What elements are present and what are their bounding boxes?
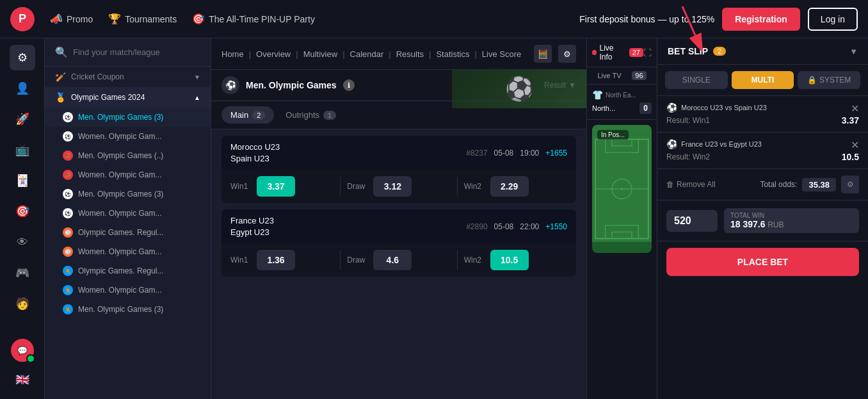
- chat-icon[interactable]: 💬: [11, 339, 34, 362]
- registration-button[interactable]: Registration: [722, 8, 800, 31]
- total-odds-label: Total odds:: [760, 180, 797, 189]
- sidebar-person-icon[interactable]: 🧑: [10, 291, 35, 316]
- soccer-ball-icon-3: ⚽: [63, 189, 73, 199]
- tab-single[interactable]: SINGLE: [665, 71, 728, 89]
- sidebar-user-icon[interactable]: 👤: [10, 76, 35, 101]
- total-odds-row: Total odds: 35.38 ⚙: [760, 175, 859, 193]
- place-bet-button[interactable]: PLACE BET: [666, 248, 859, 276]
- match-2-odds-count: +1550: [545, 222, 567, 231]
- field-preview: In Pos...: [592, 125, 652, 253]
- bet-sel-1-odd: 3.37: [842, 115, 859, 126]
- remove-all-label: Remove All: [677, 180, 716, 189]
- league-item-label: Men. Olympic Games (3): [78, 113, 163, 122]
- match-1-meta: #8237 05-08 19:00 +1655: [466, 149, 567, 158]
- tab-main-count: 2: [252, 111, 265, 120]
- tab-system[interactable]: 🔒 SYSTEM: [798, 71, 860, 89]
- league-item-women-soccer-1[interactable]: ⚽ Women. Olympic Gam...: [45, 127, 211, 146]
- olympic-category[interactable]: 🏅 Olympic Games 2024 ▲: [45, 87, 211, 108]
- calculator-icon[interactable]: 🧮: [534, 45, 552, 63]
- sidebar-rocket-icon[interactable]: 🚀: [10, 106, 35, 132]
- bet-sel-2-sport-icon: ⚽: [666, 139, 677, 149]
- match-1-draw-button[interactable]: 3.12: [373, 176, 412, 197]
- league-item-water-1[interactable]: 🤽 Olympic Games. Regul...: [45, 261, 211, 281]
- soccer-ball-icon-2: ⚽: [63, 131, 73, 142]
- live-card-score: 0: [639, 102, 652, 114]
- league-item-men-basketball-1[interactable]: 🏀 Men. Olympic Games (..): [45, 146, 211, 165]
- event-sport-icon: ⚽: [221, 76, 239, 94]
- league-item-women-soccer-2[interactable]: ⚽ Women. Olympic Gam...: [45, 204, 211, 223]
- breadcrumb-calendar[interactable]: Calendar: [350, 49, 384, 59]
- live-sport-icon: 👕: [592, 90, 603, 100]
- breadcrumb-statistics[interactable]: Statistics: [436, 49, 469, 59]
- remove-all-button[interactable]: 🗑 Remove All: [666, 180, 716, 189]
- breadcrumb-results[interactable]: Results: [396, 49, 424, 59]
- app-logo[interactable]: P: [10, 7, 35, 31]
- league-item-label: Women. Olympic Gam...: [78, 132, 161, 141]
- league-item-label: Olympic Games. Regul...: [78, 266, 163, 275]
- league-item-men-soccer-1[interactable]: ⚽ Men. Olympic Games (3): [45, 108, 211, 127]
- league-item-volleyball-1[interactable]: 🏐 Olympic Games. Regul...: [45, 223, 211, 242]
- cricket-arrow-icon: ▼: [194, 74, 200, 81]
- soccer-ball-icon-4: ⚽: [63, 208, 73, 218]
- league-item-women-basketball-1[interactable]: 🏀 Women. Olympic Gam...: [45, 165, 211, 184]
- match-2-draw-button[interactable]: 4.6: [373, 250, 412, 270]
- cricket-coupon-category[interactable]: 🏏 Cricket Coupon ▼: [45, 67, 211, 87]
- sidebar-circle-icon[interactable]: 🎯: [10, 199, 35, 224]
- settings-gear-icon[interactable]: ⚙: [558, 45, 576, 63]
- event-info-icon[interactable]: ℹ: [343, 79, 355, 91]
- league-item-women-volleyball-1[interactable]: 🏐 Women. Olympic Gam...: [45, 242, 211, 261]
- nav-tournaments[interactable]: 🏆 Tournaments: [108, 13, 177, 25]
- search-input[interactable]: [73, 47, 200, 57]
- bet-sel-2-teams: France U23 vs Egypt U23: [681, 140, 762, 148]
- sidebar-gamepad-icon[interactable]: 🎮: [10, 260, 35, 286]
- bet-amount-input[interactable]: [666, 210, 718, 232]
- event-title: Men. Olympic Games: [246, 80, 337, 90]
- top-navigation: P 📣 Promo 🏆 Tournaments 🎯 The All-Time P…: [0, 0, 868, 38]
- match-2-id: #2890: [466, 222, 487, 231]
- match-1-win1-button[interactable]: 3.37: [257, 176, 295, 197]
- total-win-box: TOTAL WIN 18 397.6 RUB: [724, 208, 859, 233]
- cricket-icon: 🏏: [55, 72, 66, 82]
- match-1-win2-button[interactable]: 2.29: [490, 176, 529, 197]
- tab-outrights[interactable]: Outrights 1: [277, 106, 345, 124]
- sidebar-tv-icon[interactable]: 📺: [10, 137, 35, 163]
- match-2-win2-button[interactable]: 10.5: [490, 250, 529, 270]
- total-odds-value: 35.38: [802, 178, 836, 191]
- match-row-1: Morocco U23 Spain U23 #8237 05-08 19:00 …: [221, 136, 576, 203]
- tab-multi[interactable]: MULTI: [732, 71, 794, 89]
- sidebar-cards-icon[interactable]: 🃏: [10, 168, 35, 193]
- live-count: 27: [629, 48, 643, 57]
- league-item-men-soccer-2[interactable]: ⚽ Men. Olympic Games (3): [45, 184, 211, 204]
- match-1-date: 05-08: [494, 149, 514, 158]
- bet-sel-1-result: Result: Win1 3.37: [666, 115, 859, 126]
- sidebar-eye-icon[interactable]: 👁: [10, 229, 35, 255]
- breadcrumb-home[interactable]: Home: [221, 49, 244, 59]
- match-2-draw-label: Draw: [347, 256, 369, 265]
- league-item-women-water-1[interactable]: 🤽 Women. Olympic Gam...: [45, 281, 211, 300]
- tab-main[interactable]: Main 2: [221, 106, 274, 124]
- bet-sel-2-close[interactable]: ✕: [851, 139, 859, 151]
- nav-promo[interactable]: 📣 Promo: [50, 13, 93, 25]
- event-header: ⚽ Men. Olympic Games ℹ Result ▼ ⚽: [211, 70, 586, 101]
- league-item-label: Women. Olympic Gam...: [78, 286, 161, 295]
- breadcrumb-multiview[interactable]: Multiview: [303, 49, 337, 59]
- bet-slip-collapse-icon[interactable]: ▼: [849, 47, 858, 56]
- sidebar-settings-icon[interactable]: ⚙: [10, 45, 35, 70]
- promo-icon: 📣: [50, 13, 63, 25]
- match-2-meta: #2890 05-08 22:00 +1550: [466, 222, 567, 231]
- login-button[interactable]: Log in: [808, 8, 858, 31]
- expand-icon[interactable]: ⛶: [643, 48, 652, 58]
- league-item-men-water-1[interactable]: 🤽 Men. Olympic Games (3): [45, 300, 211, 319]
- breadcrumb-live-score[interactable]: Live Score: [482, 49, 521, 59]
- match-2-win1-button[interactable]: 1.36: [257, 250, 295, 270]
- tab-outrights-label: Outrights: [285, 110, 319, 120]
- bet-sel-1-close[interactable]: ✕: [851, 102, 859, 115]
- breadcrumb-overview[interactable]: Overview: [256, 49, 291, 59]
- nav-party[interactable]: 🎯 The All-Time PIN-UP Party: [192, 13, 315, 25]
- bet-amount-row: TOTAL WIN 18 397.6 RUB: [657, 200, 868, 241]
- match-2-time: 22:00: [520, 222, 539, 231]
- odds-settings-icon[interactable]: ⚙: [841, 175, 859, 193]
- language-icon[interactable]: 🇬🇧: [10, 367, 35, 393]
- water-polo-icon-3: 🤽: [63, 304, 73, 314]
- total-win-label: TOTAL WIN: [730, 212, 853, 219]
